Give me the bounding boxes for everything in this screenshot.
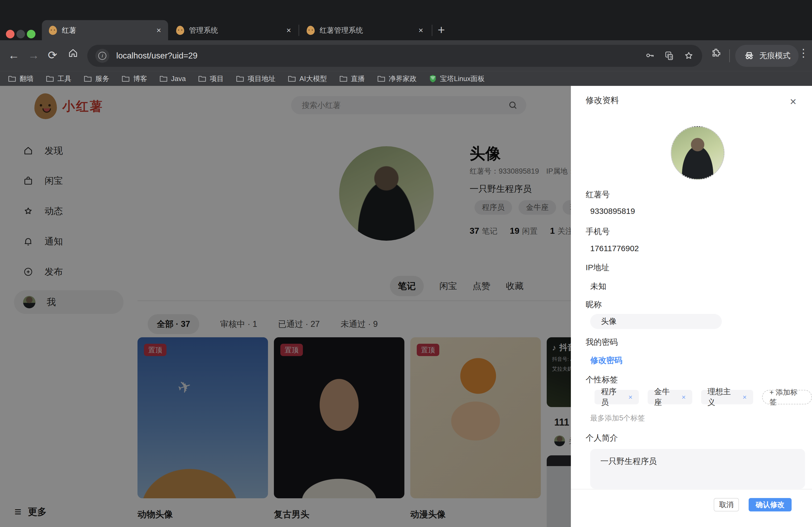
- app-viewport: 小红薯 发现 闲宝 动态 通知 发布 我 ≡ 更多: [0, 86, 812, 527]
- tab-title: 管理系统: [189, 26, 281, 35]
- add-tag-button[interactable]: + 添加标签: [762, 390, 812, 404]
- browser-menu-icon[interactable]: ⋮: [798, 47, 809, 59]
- change-password-link[interactable]: 修改密码: [590, 355, 622, 366]
- incognito-badge: 无痕模式: [735, 45, 799, 67]
- tab-divider: [299, 25, 299, 36]
- folder-icon: [288, 75, 296, 82]
- reload-icon[interactable]: ⟳: [48, 49, 57, 62]
- folder-icon: [8, 75, 16, 82]
- omnibox-icons: G文: [645, 50, 694, 61]
- nickname-input[interactable]: [590, 314, 722, 329]
- bookmark-item[interactable]: 翻墙: [8, 74, 33, 84]
- toolbar-divider: [729, 49, 730, 62]
- editable-avatar[interactable]: [671, 126, 724, 180]
- field-label-phone: 手机号: [586, 226, 610, 237]
- field-value-id: 9330895819: [590, 207, 635, 216]
- bookmark-star-icon[interactable]: [683, 50, 694, 61]
- browser-tab[interactable]: 管理系统 ×: [169, 20, 298, 40]
- field-value-phone: 17611776902: [590, 244, 639, 253]
- bookmark-item-baota[interactable]: 宝塔Linux面板: [429, 74, 485, 84]
- edit-profile-drawer: 修改资料 × 红薯号 9330895819 手机号 17611776902 IP…: [571, 86, 812, 527]
- back-icon[interactable]: ←: [8, 49, 19, 62]
- url-text[interactable]: localhost/user?uid=29: [116, 51, 645, 61]
- tab-divider: [432, 25, 432, 36]
- bio-textarea[interactable]: 一只野生程序员: [590, 449, 805, 488]
- folder-icon: [198, 75, 206, 82]
- bookmark-item[interactable]: 服务: [84, 74, 109, 84]
- browser-tab-active[interactable]: 红薯 ×: [42, 20, 168, 40]
- screen: 红薯 × 管理系统 × 红薯管理系统 × + ← → ⟳ i localhost…: [0, 0, 812, 527]
- tab-title: 红薯管理系统: [320, 26, 414, 35]
- tab-title: 红薯: [62, 26, 151, 35]
- browser-chrome: 红薯 × 管理系统 × 红薯管理系统 × + ← → ⟳ i localhost…: [0, 0, 812, 86]
- footer-divider: [571, 489, 812, 490]
- traffic-lights: [6, 30, 35, 39]
- remove-tag-icon[interactable]: ×: [628, 393, 632, 402]
- url-bar[interactable]: i localhost/user?uid=29 G文: [87, 45, 702, 67]
- folder-icon: [84, 75, 92, 82]
- folder-icon: [377, 75, 385, 82]
- folder-icon: [339, 75, 347, 82]
- tab-close-icon[interactable]: ×: [156, 26, 161, 35]
- bio-label: 个人简介: [586, 433, 618, 443]
- bookmark-item[interactable]: 博客: [122, 74, 147, 84]
- site-info-icon[interactable]: i: [95, 49, 109, 63]
- drawer-footer: 取消 确认修改: [714, 498, 792, 511]
- svg-text:文: 文: [670, 56, 673, 59]
- bookmarks-bar: 翻墙 工具 服务 博客 Java 项目 项目地址 AI大模型 直播 净界家政 宝…: [0, 71, 812, 86]
- incognito-spy-icon: [743, 50, 755, 62]
- close-icon[interactable]: ×: [790, 96, 796, 107]
- nickname-label: 昵称: [586, 299, 602, 310]
- tab-close-icon[interactable]: ×: [286, 26, 291, 35]
- tab-close-icon[interactable]: ×: [418, 26, 423, 35]
- bookmark-item[interactable]: 工具: [46, 74, 71, 84]
- bookmark-item[interactable]: AI大模型: [288, 74, 327, 84]
- window-close-button[interactable]: [6, 30, 14, 39]
- tag-chip: 理想主义×: [701, 390, 753, 404]
- extensions-icon[interactable]: [710, 47, 722, 62]
- field-label-ip: IP地址: [586, 262, 609, 273]
- baota-shield-icon: [429, 75, 437, 82]
- new-tab-button[interactable]: +: [438, 22, 445, 37]
- tags-label: 个性标签: [586, 374, 618, 385]
- field-value-ip: 未知: [590, 281, 606, 292]
- bookmark-item[interactable]: 项目地址: [236, 74, 276, 84]
- translate-icon[interactable]: G文: [664, 51, 674, 61]
- window-minimize-button[interactable]: [16, 30, 25, 39]
- incognito-label: 无痕模式: [759, 50, 791, 61]
- site-favicon-icon: [49, 26, 57, 35]
- remove-tag-icon[interactable]: ×: [682, 393, 685, 402]
- site-favicon-icon: [307, 26, 315, 35]
- window-zoom-button[interactable]: [27, 30, 35, 39]
- tag-editor: 程序员× 金牛座× 理想主义× + 添加标签: [595, 390, 812, 404]
- tags-hint: 最多添加5个标签: [590, 413, 645, 423]
- tag-chip: 金牛座×: [648, 390, 692, 404]
- tag-chip: 程序员×: [595, 390, 639, 404]
- bookmark-item[interactable]: Java: [160, 75, 186, 83]
- cancel-button[interactable]: 取消: [714, 498, 739, 511]
- browser-toolbar: ← → ⟳ i localhost/user?uid=29 G文: [0, 40, 812, 71]
- folder-icon: [236, 75, 244, 82]
- modal-dim-overlay[interactable]: [0, 86, 571, 527]
- bookmark-item[interactable]: 直播: [339, 74, 365, 84]
- site-favicon-icon: [176, 26, 184, 35]
- remove-tag-icon[interactable]: ×: [743, 393, 747, 402]
- browser-tab[interactable]: 红薯管理系统 ×: [300, 20, 430, 40]
- password-key-icon[interactable]: [645, 51, 655, 61]
- field-label-id: 红薯号: [586, 189, 610, 200]
- folder-icon: [160, 75, 168, 82]
- drawer-title: 修改资料: [586, 95, 619, 106]
- password-label: 我的密码: [586, 337, 618, 348]
- forward-icon[interactable]: →: [28, 49, 39, 62]
- bookmark-item[interactable]: 项目: [198, 74, 224, 84]
- folder-icon: [46, 75, 54, 82]
- bookmark-item[interactable]: 净界家政: [377, 74, 417, 84]
- home-icon[interactable]: [68, 48, 78, 61]
- folder-icon: [122, 75, 130, 82]
- confirm-button[interactable]: 确认修改: [749, 498, 792, 511]
